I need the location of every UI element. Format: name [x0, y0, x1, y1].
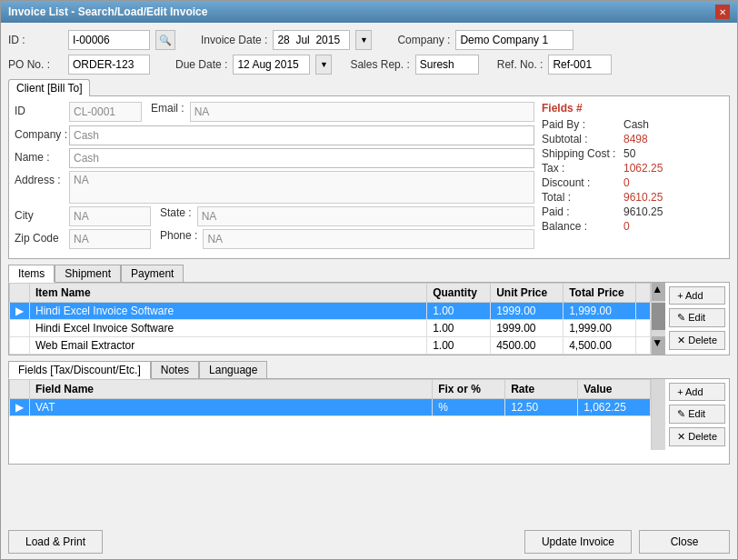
- po-input[interactable]: [68, 55, 150, 75]
- items-table: Item Name Quantity Unit Price Total Pric…: [9, 283, 651, 355]
- client-form: ID Email : Company : Name :: [15, 102, 534, 253]
- sales-rep-label: Sales Rep. :: [350, 58, 409, 71]
- client-zip-input[interactable]: [69, 229, 151, 249]
- tab-notes[interactable]: Notes: [151, 361, 199, 378]
- shipping-value: 50: [623, 147, 635, 160]
- bottom-row-arrow: ▶: [10, 399, 30, 416]
- bottom-row-rate: 12.50: [505, 399, 578, 416]
- items-section: Items Shipment Payment Item Name Quantit…: [8, 265, 730, 355]
- company-input[interactable]: [455, 30, 573, 50]
- client-tab[interactable]: Client [Bill To]: [8, 79, 90, 96]
- row-blank: [636, 337, 651, 355]
- client-city-input[interactable]: [69, 206, 151, 226]
- table-row[interactable]: Web Email Extractor 1.00 4500.00 4,500.0…: [10, 337, 651, 355]
- scroll-up-btn[interactable]: ▲: [652, 283, 665, 301]
- client-name-input[interactable]: [69, 148, 534, 168]
- table-row[interactable]: Hindi Excel Invoice Software 1.00 1999.0…: [10, 320, 651, 337]
- invoice-date-label: Invoice Date :: [201, 34, 267, 46]
- client-body: ID Email : Company : Name :: [15, 102, 723, 253]
- company-label: Company :: [397, 34, 450, 46]
- ref-input[interactable]: [548, 55, 612, 75]
- row-arrow: [10, 337, 30, 355]
- subtotal-row: Subtotal : 8498: [542, 133, 723, 145]
- bottom-col-value: Value: [578, 380, 651, 399]
- invoice-date-picker-button[interactable]: ▼: [355, 30, 372, 50]
- footer-left: Load & Print: [8, 530, 103, 554]
- row-item-name: Hindi Excel Invoice Software: [30, 303, 427, 320]
- update-invoice-button[interactable]: Update Invoice: [524, 530, 632, 554]
- client-state-input[interactable]: [197, 206, 534, 226]
- client-address-row: Address : NA: [15, 171, 534, 204]
- bottom-col-arrow: [10, 380, 30, 399]
- items-add-button[interactable]: + Add: [669, 286, 725, 305]
- client-phone-input[interactable]: [203, 229, 534, 249]
- tab-shipment[interactable]: Shipment: [55, 265, 121, 282]
- search-button[interactable]: 🔍: [155, 30, 175, 50]
- due-date-picker-button[interactable]: ▼: [315, 55, 332, 75]
- tab-fields[interactable]: Fields [Tax/Discount/Etc.]: [8, 361, 151, 379]
- paid-row: Paid : 9610.25: [542, 205, 723, 218]
- client-id-input[interactable]: [69, 102, 142, 122]
- col-arrow: [10, 284, 30, 303]
- client-company-input[interactable]: [69, 125, 534, 145]
- window-title: Invoice List - Search/Load/Edit Invoice: [8, 5, 207, 18]
- load-print-button[interactable]: Load & Print: [8, 530, 103, 554]
- items-tabs: Items Shipment Payment: [8, 265, 730, 282]
- bottom-scrollbar[interactable]: [651, 379, 665, 450]
- client-zip-label: Zip Code: [15, 229, 69, 245]
- client-section: ID Email : Company : Name :: [8, 95, 730, 259]
- col-unit-price: Unit Price: [491, 284, 563, 303]
- subtotal-value: 8498: [623, 133, 648, 145]
- client-address-input[interactable]: NA: [69, 171, 534, 204]
- bottom-section: Fields [Tax/Discount/Etc.] Notes Languag…: [8, 361, 730, 465]
- items-delete-button[interactable]: ✕ Delete: [669, 331, 725, 350]
- client-name-label: Name :: [15, 148, 69, 164]
- row-total-price: 4,500.00: [563, 337, 636, 355]
- items-tab-content: Item Name Quantity Unit Price Total Pric…: [8, 282, 730, 355]
- tax-label: Tax :: [542, 162, 623, 175]
- bottom-table-container: Field Name Fix or % Rate Value ▶ VAT: [9, 379, 651, 450]
- tab-payment[interactable]: Payment: [121, 265, 184, 282]
- due-date-label: Due Date :: [175, 58, 227, 71]
- bottom-table: Field Name Fix or % Rate Value ▶ VAT: [9, 379, 651, 416]
- close-icon[interactable]: ✕: [715, 5, 730, 19]
- id-input[interactable]: [68, 30, 150, 50]
- bottom-col-fix-pct: Fix or %: [433, 380, 505, 399]
- total-value: 9610.25: [623, 191, 663, 204]
- client-email-input[interactable]: [190, 102, 534, 122]
- scroll-down-btn[interactable]: ▼: [652, 336, 665, 355]
- bottom-delete-button[interactable]: ✕ Delete: [669, 427, 725, 446]
- row-total-price: 1,999.00: [563, 303, 636, 320]
- client-state-label: State :: [160, 206, 192, 219]
- main-window: Invoice List - Search/Load/Edit Invoice …: [0, 0, 738, 560]
- bottom-add-button[interactable]: + Add: [669, 383, 725, 401]
- tab-items[interactable]: Items: [8, 265, 55, 283]
- row-item-name: Hindi Excel Invoice Software: [30, 320, 427, 337]
- row-qty: 1.00: [427, 337, 491, 355]
- sales-rep-input[interactable]: [415, 55, 479, 75]
- client-phone-label: Phone :: [160, 229, 197, 242]
- close-button[interactable]: Close: [639, 530, 730, 554]
- items-edit-button[interactable]: ✎ Edit: [669, 308, 725, 327]
- bottom-edit-button[interactable]: ✎ Edit: [669, 405, 725, 424]
- paid-value: 9610.25: [623, 205, 663, 218]
- invoice-date-input[interactable]: [273, 30, 350, 50]
- scroll-thumb[interactable]: [652, 303, 665, 330]
- row-blank: [636, 320, 651, 337]
- ref-label: Ref. No. :: [497, 58, 544, 71]
- bottom-col-rate: Rate: [505, 380, 578, 399]
- tab-language[interactable]: Language: [199, 361, 267, 378]
- bottom-row-fix-pct: %: [433, 399, 505, 416]
- bottom-col-field-name: Field Name: [30, 380, 433, 399]
- due-date-input[interactable]: [233, 55, 310, 75]
- table-row[interactable]: ▶ Hindi Excel Invoice Software 1.00 1999…: [10, 303, 651, 320]
- row-item-name: Web Email Extractor: [30, 337, 427, 355]
- shipping-row: Shipping Cost : 50: [542, 147, 723, 160]
- bottom-tab-area: Field Name Fix or % Rate Value ▶ VAT: [9, 379, 729, 450]
- title-bar: Invoice List - Search/Load/Edit Invoice …: [1, 1, 737, 23]
- row-arrow: [10, 320, 30, 337]
- bottom-table-row[interactable]: ▶ VAT % 12.50 1,062.25: [10, 399, 651, 416]
- col-scroll: [636, 284, 651, 303]
- items-scrollbar[interactable]: ▲ ▼: [651, 283, 665, 355]
- client-company-label: Company :: [15, 125, 69, 141]
